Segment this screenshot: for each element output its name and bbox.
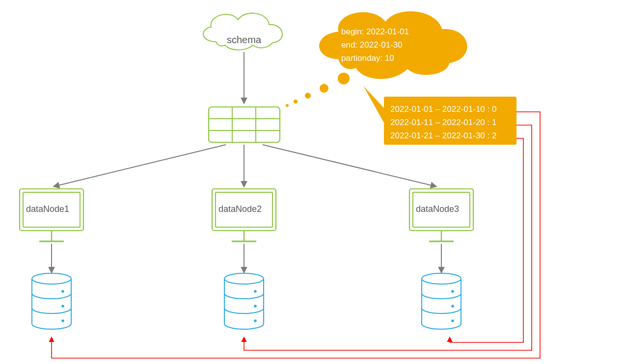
svg-point-28	[452, 305, 454, 307]
svg-point-22	[224, 273, 264, 284]
thought-bubble-mid	[320, 84, 328, 93]
range-2: 2022-01-21 – 2022-01-30 : 2	[390, 131, 496, 140]
datanode1-monitor: dataNode1	[20, 189, 83, 241]
thought-bubble-large	[338, 73, 350, 84]
database3-icon	[422, 273, 461, 329]
config-partitionday: partionday: 10	[341, 53, 394, 63]
svg-point-29	[452, 320, 454, 322]
config-end: end: 2022-01-30	[341, 40, 403, 50]
range-1: 2022-01-11 – 2022-01-20 : 1	[390, 118, 496, 127]
svg-point-21	[62, 320, 64, 322]
ranges-callout: 2022-01-01 – 2022-01-10 : 0 2022-01-11 –…	[363, 86, 516, 145]
red-arrow-range1-db2	[244, 125, 532, 350]
datanode3-monitor: dataNode3	[409, 189, 473, 241]
svg-point-25	[254, 320, 256, 322]
database1-icon	[32, 273, 71, 329]
thought-bubble-tiny1	[294, 100, 298, 104]
config-begin: begin: 2022-01-01	[341, 27, 409, 36]
svg-point-24	[254, 305, 256, 307]
svg-point-20	[62, 305, 64, 307]
datanode2-monitor: dataNode2	[212, 189, 276, 241]
red-arrow-range0-db1	[52, 112, 540, 358]
datanode3-label: dataNode3	[416, 204, 459, 214]
schema-label: schema	[227, 34, 262, 45]
thought-bubble-small	[305, 93, 311, 99]
table-icon	[209, 107, 280, 142]
datanode1-label: dataNode1	[26, 204, 69, 214]
svg-point-27	[452, 290, 454, 292]
svg-point-19	[62, 290, 64, 292]
database2-icon	[224, 273, 264, 329]
thought-bubble-tiny2	[286, 104, 289, 107]
arrow-table-node3	[263, 145, 436, 186]
svg-point-23	[254, 290, 256, 292]
datanode2-label: dataNode2	[218, 204, 262, 214]
svg-rect-0	[209, 107, 280, 142]
schema-cloud: schema	[203, 13, 282, 50]
config-cloud: begin: 2022-01-01 end: 2022-01-30 partio…	[320, 12, 467, 79]
svg-point-18	[32, 273, 71, 284]
range-0: 2022-01-01 – 2022-01-10 : 0	[390, 104, 496, 114]
svg-point-26	[422, 273, 461, 284]
arrow-table-node1	[54, 145, 226, 186]
diagram-canvas: schema begin: 2022-01-01 end: 2022-01-30…	[0, 0, 624, 364]
